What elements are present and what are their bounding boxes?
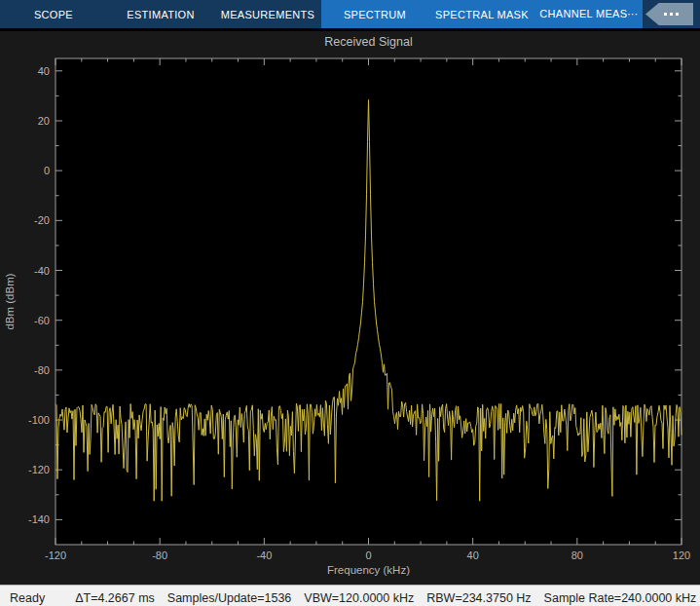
status-vbw: VBW=120.0000 kHz <box>304 591 414 605</box>
toolbar-tabgroup-main: SCOPE ESTIMATION MEASUREMENTS <box>0 0 321 28</box>
y-tick-label: -60 <box>34 315 50 326</box>
y-tick-label: -40 <box>34 265 50 277</box>
plot-area[interactable] <box>55 58 682 545</box>
x-axis-label: Frequency (kHz) <box>327 564 410 576</box>
x-tick-label: 120 <box>673 549 690 561</box>
y-tick-label: -20 <box>34 214 50 226</box>
y-tick-label: -100 <box>28 414 50 426</box>
status-rbw: RBW=234.3750 Hz <box>426 591 531 605</box>
toolbar-overflow-button[interactable] <box>645 3 693 25</box>
x-tick-label: -40 <box>256 549 272 561</box>
tab-spectral-mask[interactable]: SPECTRAL MASK <box>428 0 535 28</box>
x-tick-label: 0 <box>365 549 371 561</box>
toolbar-spacer <box>643 0 645 28</box>
tab-measurements[interactable]: MEASUREMENTS <box>214 0 321 28</box>
status-bar: Ready ΔT=4.2667 ms Samples/Update=1536 V… <box>0 585 700 606</box>
x-tick-label: 40 <box>467 549 479 561</box>
y-tick-label: 0 <box>44 165 50 176</box>
status-ready: Ready <box>10 591 45 605</box>
y-axis-label: dBm (dBm) <box>4 273 16 329</box>
x-tick-label: -120 <box>45 549 66 561</box>
y-tick-label: -80 <box>34 364 50 376</box>
status-samples-per-update: Samples/Update=1536 <box>167 591 292 605</box>
x-tick-label: -80 <box>152 549 167 561</box>
tab-scope[interactable]: SCOPE <box>0 0 107 28</box>
x-tick-label: 80 <box>571 549 583 561</box>
tab-spectrum[interactable]: SPECTRUM <box>321 0 428 28</box>
spectrum-analyzer-window: SCOPE ESTIMATION MEASUREMENTS SPECTRUM S… <box>0 0 700 606</box>
status-delta-t: ΔT=4.2667 ms <box>75 591 155 605</box>
tab-estimation[interactable]: ESTIMATION <box>107 0 214 28</box>
status-sample-rate: Sample Rate=240.0000 kHz <box>544 591 697 605</box>
tab-channel-measurements[interactable]: CHANNEL MEAS⋯ <box>535 0 643 28</box>
spectrum-plot[interactable]: -120-80-400408012040200-20-40-60-80-100-… <box>0 31 700 582</box>
y-tick-label: -140 <box>28 513 50 525</box>
ellipsis-icon <box>663 13 681 16</box>
y-tick-label: 20 <box>38 115 50 127</box>
y-tick-label: 40 <box>38 65 50 77</box>
spectrum-figure: Received Signal -120-80-400408012040200-… <box>0 28 700 585</box>
toolbar-tabgroup-spectrum-context: SPECTRUM SPECTRAL MASK CHANNEL MEAS⋯ <box>321 0 643 28</box>
y-tick-label: -120 <box>28 464 50 475</box>
toolbar: SCOPE ESTIMATION MEASUREMENTS SPECTRUM S… <box>0 0 700 28</box>
